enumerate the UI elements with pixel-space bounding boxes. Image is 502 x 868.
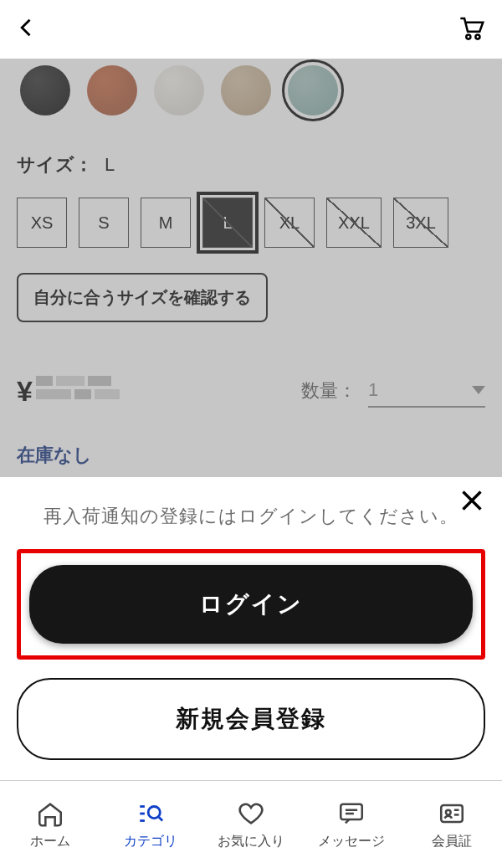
back-button[interactable] [15,16,38,43]
size-options: XS S M L XL XXL 3XL [17,198,485,248]
quantity-select[interactable]: 1 [368,374,485,408]
nav-member-label: 会員証 [432,833,472,850]
size-option-m[interactable]: M [141,198,191,248]
login-highlight: ログイン [17,549,485,660]
price-row: ¥ 数量： 1 [17,374,485,408]
top-bar [0,0,502,59]
price-obscured [36,376,136,406]
svg-rect-9 [341,804,362,819]
home-icon [36,799,64,828]
quantity-block: 数量： 1 [301,374,485,408]
login-sheet: 再入荷通知の登録にはログインしてください。 ログイン 新規会員登録 [0,477,502,780]
product-area: サイズ： L XS S M L XL XXL 3XL 自分に合うサイズを確認する… [0,59,502,491]
size-option-3xl[interactable]: 3XL [393,198,448,248]
color-swatch-white[interactable] [154,65,204,116]
size-row: サイズ： L [17,152,485,177]
fit-check-button[interactable]: 自分に合うサイズを確認する [17,273,268,322]
nav-category[interactable]: カテゴリ [100,781,201,868]
close-button[interactable] [457,485,487,519]
svg-line-8 [159,817,162,820]
list-search-icon [136,799,165,828]
svg-point-1 [475,35,479,39]
color-swatches [17,59,485,136]
svg-point-7 [148,806,160,818]
price: ¥ [17,375,136,408]
size-option-l[interactable]: L [202,198,253,248]
nav-message[interactable]: メッセージ [301,781,402,868]
nav-home-label: ホーム [30,833,70,850]
message-icon [337,799,366,828]
svg-rect-12 [441,805,463,822]
color-swatch-black[interactable] [20,65,70,116]
svg-point-13 [446,809,451,814]
close-icon [457,485,487,516]
chevron-left-icon [15,16,38,39]
login-button[interactable]: ログイン [29,565,473,644]
nav-favorite-label: お気に入り [218,833,284,850]
heart-icon [237,799,265,828]
size-option-s[interactable]: S [79,198,129,248]
nav-favorite[interactable]: お気に入り [201,781,301,868]
id-card-icon [438,799,466,828]
currency-symbol: ¥ [17,375,33,408]
quantity-value: 1 [368,379,378,401]
svg-point-0 [466,35,470,39]
color-swatch-beige[interactable] [221,65,271,116]
size-option-xxl[interactable]: XXL [326,198,382,248]
nav-message-label: メッセージ [318,833,385,850]
size-option-xl[interactable]: XL [264,198,315,248]
bottom-nav: ホーム カテゴリ お気に入り メッセージ 会員証 [0,780,502,868]
cart-icon [455,12,487,44]
quantity-label: 数量： [301,378,356,403]
color-swatch-rust[interactable] [87,65,137,116]
cart-button[interactable] [455,12,487,47]
size-option-xs[interactable]: XS [17,198,67,248]
chevron-down-icon [472,386,485,394]
register-button[interactable]: 新規会員登録 [17,678,485,760]
color-swatch-teal[interactable] [288,65,338,116]
nav-home[interactable]: ホーム [0,781,100,868]
size-label: サイズ： [17,152,93,177]
nav-category-label: カテゴリ [124,833,177,850]
size-value: L [105,154,115,176]
nav-member[interactable]: 会員証 [402,781,502,868]
sheet-message: 再入荷通知の登録にはログインしてください。 [17,504,485,529]
